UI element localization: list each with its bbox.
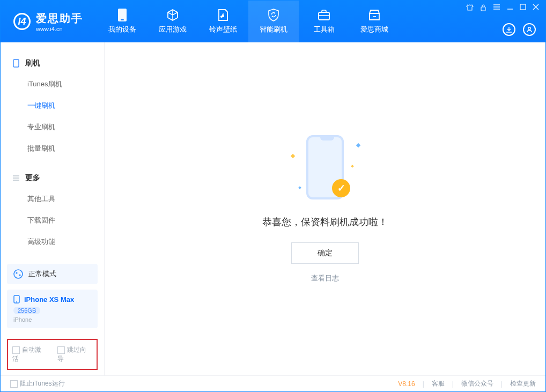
nav-smart-flash[interactable]: 智能刷机: [248, 1, 299, 42]
top-nav: 我的设备 应用游戏 铃声壁纸 智能刷机 工具箱 爱思商城: [97, 1, 400, 42]
block-itunes-checkbox[interactable]: 阻止iTunes运行: [10, 379, 65, 388]
version-label: V8.16: [398, 380, 415, 388]
svg-point-11: [16, 301, 17, 302]
view-log-link[interactable]: 查看日志: [311, 273, 339, 283]
nav-ringtones-wallpapers[interactable]: 铃声壁纸: [198, 1, 248, 42]
svg-rect-2: [319, 12, 329, 20]
nav-label: 我的设备: [108, 25, 136, 34]
mode-box[interactable]: 正常模式: [7, 264, 98, 284]
check-badge-icon: ✓: [332, 179, 350, 197]
app-title: 爱思助手: [36, 11, 83, 26]
confirm-button[interactable]: 确定: [291, 242, 359, 264]
device-box[interactable]: iPhone XS Max 256GB iPhone: [7, 290, 98, 328]
sidebar-item-other-tools[interactable]: 其他工具: [1, 188, 104, 210]
checkbox-row-highlighted: 自动激活 跳过向导: [7, 339, 98, 370]
store-icon: [368, 9, 381, 21]
sidebar-header-more: 更多: [1, 168, 104, 188]
nav-label: 智能刷机: [260, 25, 287, 34]
mode-label: 正常模式: [28, 269, 56, 279]
svg-point-8: [16, 272, 17, 273]
device-type: iPhone: [13, 316, 91, 323]
svg-rect-1: [121, 19, 124, 20]
app-header: i4 爱思助手 www.i4.cn 我的设备 应用游戏 铃声壁纸 智能刷机 工具…: [1, 1, 545, 42]
svg-rect-6: [13, 60, 19, 67]
sidebar-item-advanced[interactable]: 高级功能: [1, 231, 104, 253]
footer-link-update[interactable]: 检查更新: [510, 379, 536, 388]
maximize-icon[interactable]: [520, 4, 526, 11]
recycle-icon: [13, 269, 23, 279]
device-name-label: iPhone XS Max: [24, 295, 74, 304]
phone-outline-icon: [12, 60, 20, 67]
download-button[interactable]: [503, 23, 515, 36]
menu-icon[interactable]: [493, 4, 500, 11]
nav-label: 铃声壁纸: [209, 25, 237, 34]
nav-label: 工具箱: [314, 25, 335, 34]
header-actions: [503, 23, 536, 36]
skip-guide-checkbox[interactable]: 跳过向导: [57, 345, 93, 364]
footer-link-wechat[interactable]: 微信公众号: [461, 379, 493, 388]
sidebar-item-pro-flash[interactable]: 专业刷机: [1, 116, 104, 138]
device-icon: [116, 9, 129, 21]
footer: 阻止iTunes运行 V8.16 | 客服 | 微信公众号 | 检查更新: [1, 375, 545, 391]
sidebar-item-itunes-flash[interactable]: iTunes刷机: [1, 73, 104, 95]
footer-link-support[interactable]: 客服: [432, 379, 445, 388]
shirt-icon[interactable]: [466, 4, 474, 11]
sidebar-item-batch-flash[interactable]: 批量刷机: [1, 138, 104, 159]
nav-my-device[interactable]: 我的设备: [97, 1, 147, 42]
nav-toolbox[interactable]: 工具箱: [299, 1, 349, 42]
nav-label: 爱思商城: [360, 25, 388, 34]
phone-icon: [13, 295, 20, 304]
svg-point-9: [19, 274, 20, 276]
window-controls: [466, 4, 539, 11]
storage-badge: 256GB: [13, 307, 40, 314]
svg-rect-3: [481, 7, 485, 11]
list-icon: [12, 174, 20, 182]
sidebar-header-flash: 刷机: [1, 53, 104, 73]
svg-point-5: [528, 27, 530, 29]
lock-icon[interactable]: [480, 4, 486, 11]
nav-store[interactable]: 爱思商城: [349, 1, 400, 42]
minimize-icon[interactable]: [507, 4, 513, 11]
sidebar: 刷机 iTunes刷机 一键刷机 专业刷机 批量刷机 更多 其他工具 下载固件 …: [1, 42, 105, 375]
nav-apps-games[interactable]: 应用游戏: [147, 1, 198, 42]
toolbox-icon: [318, 9, 330, 21]
app-subtitle: www.i4.cn: [36, 26, 83, 32]
user-button[interactable]: [523, 23, 536, 36]
sidebar-item-download-firmware[interactable]: 下载固件: [1, 210, 104, 231]
shield-refresh-icon: [267, 9, 280, 21]
close-icon[interactable]: [533, 4, 539, 11]
app-logo-icon: i4: [13, 13, 31, 30]
auto-activate-checkbox[interactable]: 自动激活: [12, 345, 48, 364]
sidebar-item-oneclick-flash[interactable]: 一键刷机: [1, 95, 104, 116]
svg-rect-4: [520, 4, 526, 10]
nav-label: 应用游戏: [159, 25, 187, 34]
success-message: 恭喜您，保资料刷机成功啦！: [262, 216, 388, 228]
cube-icon: [166, 9, 179, 21]
logo-area: i4 爱思助手 www.i4.cn: [1, 11, 93, 32]
svg-point-7: [14, 270, 23, 278]
success-illustration: ✓: [290, 135, 360, 205]
main-content: ✓ 恭喜您，保资料刷机成功啦！ 确定 查看日志: [105, 42, 545, 375]
music-file-icon: [217, 9, 230, 21]
